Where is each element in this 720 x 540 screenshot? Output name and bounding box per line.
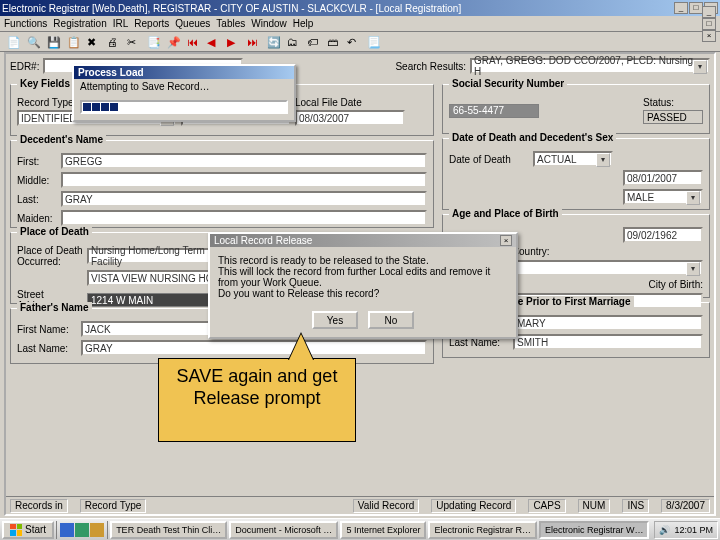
- tool-tag-icon[interactable]: 🏷: [304, 34, 322, 50]
- ssn-legend: Social Security Number: [449, 78, 567, 89]
- tool-save-icon[interactable]: 💾: [44, 34, 62, 50]
- search-results-select[interactable]: GRAY, GREGG: DOD CCO/2007, PLCD: Nursing…: [470, 58, 710, 74]
- menu-reports[interactable]: Reports: [134, 18, 169, 29]
- release-dialog-buttons: Yes No: [210, 307, 516, 337]
- edr-label: EDR#:: [10, 61, 39, 72]
- ssn-field: 66-55-4477: [449, 104, 539, 118]
- mother-last-field[interactable]: SMITH: [513, 334, 703, 350]
- process-load-popup: Process Load Attempting to Save Record…: [72, 64, 296, 122]
- menu-functions[interactable]: Functions: [4, 18, 47, 29]
- form-statusbar: Records in Record Type Valid Record Upda…: [6, 496, 714, 514]
- dod-sex-group: Date of Death and Decedent's Sex Date of…: [442, 138, 710, 210]
- nav-next-icon[interactable]: ▶: [224, 34, 242, 50]
- tool-undo-icon[interactable]: ↶: [344, 34, 362, 50]
- mdi-maximize-button[interactable]: □: [702, 18, 716, 30]
- first-field[interactable]: GREGG: [61, 153, 427, 169]
- tool-paste-icon[interactable]: 📌: [164, 34, 182, 50]
- taskbar: Start TER Death Test Thin Cli… Document …: [0, 518, 720, 540]
- progress-bar: [80, 100, 288, 114]
- release-dialog-title: Local Record Release: [214, 235, 312, 246]
- dod-type-select[interactable]: ACTUAL: [533, 151, 613, 167]
- decedent-legend: Decedent's Name: [17, 134, 106, 145]
- tool-cut-icon[interactable]: ✂: [124, 34, 142, 50]
- tool-print-icon[interactable]: 🖨: [104, 34, 122, 50]
- mdi-minimize-button[interactable]: _: [702, 6, 716, 18]
- maximize-button[interactable]: □: [689, 2, 703, 14]
- nav-last-icon[interactable]: ⏭: [244, 34, 262, 50]
- dod-date-field[interactable]: 08/01/2007: [623, 170, 703, 186]
- middle-field[interactable]: [61, 172, 427, 188]
- release-line1: This record is ready to be released to t…: [218, 255, 508, 266]
- status-ins: INS: [622, 499, 649, 513]
- windows-flag-icon: [10, 524, 22, 536]
- father-first-label: First Name:: [17, 324, 77, 335]
- tool-saveplus-icon[interactable]: 📋: [64, 34, 82, 50]
- task-item-2[interactable]: 5 Internet Explorer: [340, 521, 426, 539]
- maiden-label: Maiden:: [17, 213, 57, 224]
- start-label: Start: [25, 524, 46, 535]
- task-item-0[interactable]: TER Death Test Thin Cli…: [110, 521, 227, 539]
- father-last-field[interactable]: GRAY: [81, 340, 427, 356]
- search-results-label: Search Results:: [395, 61, 466, 72]
- status-recordsin: Records in: [10, 499, 68, 513]
- menu-registration[interactable]: Registration: [53, 18, 106, 29]
- tool-delete-icon[interactable]: ✖: [84, 34, 102, 50]
- tool-search-icon[interactable]: 🔍: [24, 34, 42, 50]
- task-item-1[interactable]: Document - Microsoft …: [229, 521, 338, 539]
- menu-queues[interactable]: Queues: [175, 18, 210, 29]
- release-line2: This will lock the record from further L…: [218, 266, 508, 288]
- dod-label: Date of Death: [449, 154, 529, 165]
- process-load-title: Process Load: [74, 66, 294, 79]
- sex-select[interactable]: MALE: [623, 189, 703, 205]
- release-line3: Do you want to Release this record?: [218, 288, 508, 299]
- mdi-close-button[interactable]: ×: [702, 30, 716, 42]
- status-caps: CAPS: [528, 499, 565, 513]
- task-item-3[interactable]: Electronic Registrar R…: [428, 521, 537, 539]
- mother-first-field[interactable]: MARY: [513, 315, 703, 331]
- ql-icon-1[interactable]: [60, 523, 74, 537]
- task-item-4[interactable]: Electronic Registrar W…: [539, 521, 650, 539]
- tray-icon[interactable]: 🔊: [659, 525, 670, 535]
- decedent-name-group: Decedent's Name First: GREGG Middle: Las…: [10, 140, 434, 228]
- release-no-button[interactable]: No: [368, 311, 414, 329]
- release-yes-button[interactable]: Yes: [312, 311, 358, 329]
- menu-tables[interactable]: Tables: [216, 18, 245, 29]
- menubar: Functions Registration IRL Reports Queue…: [0, 16, 720, 32]
- ql-icon-2[interactable]: [75, 523, 89, 537]
- release-dialog: Local Record Release × This record is re…: [208, 232, 518, 339]
- menu-window[interactable]: Window: [251, 18, 287, 29]
- start-button[interactable]: Start: [2, 521, 54, 539]
- menu-help[interactable]: Help: [293, 18, 314, 29]
- status-date: 8/3/2007: [661, 499, 710, 513]
- ssn-status-label: Status:: [643, 97, 703, 108]
- release-dialog-close-icon[interactable]: ×: [500, 235, 512, 246]
- quick-launch: [56, 521, 108, 539]
- tool-tree-icon[interactable]: 🗂: [284, 34, 302, 50]
- dob-field[interactable]: 09/02/1962: [623, 227, 703, 243]
- callout-text: SAVE again and get Release prompt: [169, 365, 345, 409]
- tool-copy-icon[interactable]: 📑: [144, 34, 162, 50]
- annotation-callout: SAVE again and get Release prompt: [158, 358, 356, 442]
- nav-prev-icon[interactable]: ◀: [204, 34, 222, 50]
- local-file-date-field[interactable]: 08/03/2007: [295, 110, 405, 126]
- tool-doc-icon[interactable]: 📃: [364, 34, 382, 50]
- tool-new-icon[interactable]: 📄: [4, 34, 22, 50]
- pod-legend: Place of Death: [17, 226, 92, 237]
- last-field[interactable]: GRAY: [61, 191, 427, 207]
- minimize-button[interactable]: _: [674, 2, 688, 14]
- system-tray: 🔊 12:01 PM: [654, 521, 718, 539]
- ssn-status-value: PASSED: [643, 110, 703, 124]
- pod-place-label: Place of Death Occurred:: [17, 245, 83, 267]
- app-titlebar: Electronic Registrar [Web.Death], REGIST…: [0, 0, 720, 16]
- ql-icon-3[interactable]: [90, 523, 104, 537]
- middle-label: Middle:: [17, 175, 57, 186]
- ssn-group: Social Security Number 66-55-4477 Status…: [442, 84, 710, 134]
- tray-time: 12:01 PM: [674, 525, 713, 535]
- nav-first-icon[interactable]: ⏮: [184, 34, 202, 50]
- age-birth-legend: Age and Place of Birth: [449, 208, 562, 219]
- tool-refresh-icon[interactable]: 🔄: [264, 34, 282, 50]
- father-last-label: Last Name:: [17, 343, 77, 354]
- tool-card-icon[interactable]: 🗃: [324, 34, 342, 50]
- menu-irl[interactable]: IRL: [113, 18, 129, 29]
- maiden-field[interactable]: [61, 210, 427, 226]
